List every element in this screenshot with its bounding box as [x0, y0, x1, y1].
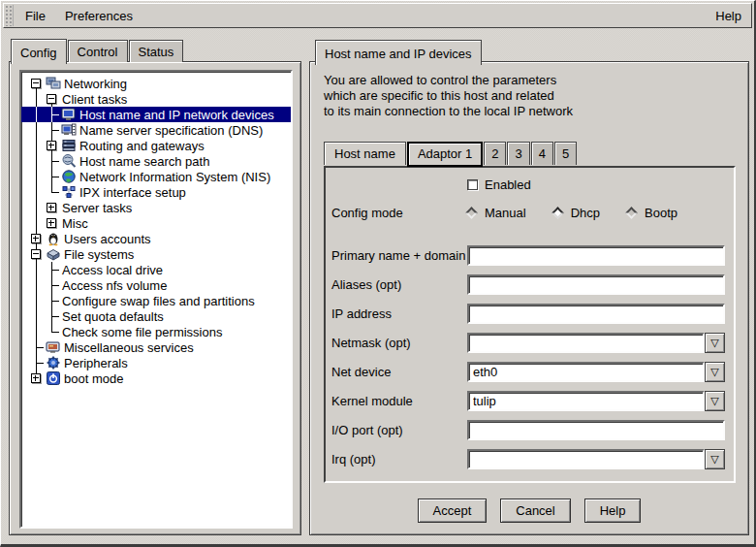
dropdown-icon[interactable]	[705, 333, 725, 353]
tab-adaptor-3[interactable]: 3	[507, 142, 529, 165]
dropdown-icon[interactable]	[705, 449, 725, 469]
tree-item-configure-swap[interactable]: Configure swap files and partitions	[28, 293, 291, 308]
ip-address-input[interactable]	[467, 304, 725, 324]
tree-item-label: Server tasks	[62, 201, 132, 215]
tree-item-client-tasks[interactable]: Client tasks	[28, 91, 291, 107]
tab-host-name-ip-devices[interactable]: Host name and IP devices	[315, 40, 482, 65]
tree-item-label: Miscellaneous services	[64, 340, 194, 355]
peripherals-icon	[46, 355, 61, 370]
tree-item-label: boot mode	[64, 371, 123, 386]
expander-plus-icon[interactable]	[44, 215, 59, 231]
io-port-input[interactable]	[467, 420, 725, 440]
expander-minus-icon[interactable]	[28, 76, 44, 91]
menu-file[interactable]: File	[16, 5, 55, 27]
tree-item-host-name-ip-devices[interactable]: Host name and IP network devices	[21, 107, 293, 122]
menu-bar: File Preferences Help	[3, 3, 752, 28]
radio-manual[interactable]: Manual	[467, 206, 526, 220]
tab-control[interactable]: Control	[68, 40, 128, 62]
menu-help[interactable]: Help	[706, 5, 751, 27]
tree-item-access-local-drive[interactable]: Access local drive	[28, 262, 291, 277]
field-label: Net device	[331, 365, 467, 379]
tree-item-label: Network Information System (NIS)	[79, 170, 270, 184]
tree-item-label: Check some file permissions	[62, 325, 222, 339]
irq-input[interactable]	[467, 449, 705, 469]
search-globe-icon	[61, 153, 77, 169]
menu-preferences[interactable]: Preferences	[55, 5, 142, 27]
radio-label: Manual	[485, 206, 526, 220]
tree-item-label: Access nfs volume	[62, 278, 167, 293]
tree-item-networking[interactable]: Networking	[28, 76, 291, 91]
netmask-input[interactable]	[467, 333, 705, 353]
net-device-input[interactable]	[467, 362, 705, 382]
tree-item-label: Routing and gateways	[79, 139, 205, 153]
help-button[interactable]: Help	[584, 499, 642, 523]
tree-item-label: Host name search path	[79, 154, 209, 169]
tree-item-label: Peripherals	[64, 356, 128, 370]
tree-item-boot-mode[interactable]: boot mode	[28, 370, 291, 386]
field-row: Kernel module	[331, 386, 734, 415]
globe-icon	[61, 169, 77, 184]
expander-plus-icon[interactable]	[28, 370, 44, 386]
field-label: Netmask (opt)	[331, 336, 467, 350]
enabled-checkbox[interactable]	[467, 179, 478, 190]
tab-adaptor-1[interactable]: Adaptor 1	[407, 142, 483, 167]
services-icon	[46, 339, 61, 355]
config-mode-group: Manual Dhcp Bootp	[467, 206, 677, 220]
primary-name-domain-input[interactable]	[467, 245, 725, 266]
tree-item-peripherals[interactable]: Peripherals	[28, 355, 291, 370]
expander-plus-icon[interactable]	[44, 138, 59, 153]
tab-status[interactable]: Status	[129, 40, 184, 62]
tab-adaptor-2[interactable]: 2	[484, 142, 506, 165]
tab-host-name[interactable]: Host name	[324, 142, 406, 165]
host-ip-panel: You are allowed to control the parameter…	[309, 61, 749, 535]
expander-plus-icon[interactable]	[28, 231, 44, 246]
tree-item-server-tasks[interactable]: Server tasks	[28, 200, 291, 215]
tree-item-miscellaneous-services[interactable]: Miscellaneous services	[28, 339, 291, 355]
expander-minus-icon[interactable]	[28, 246, 44, 262]
cancel-button[interactable]: Cancel	[500, 499, 570, 523]
tree-item-routing-gateways[interactable]: Routing and gateways	[28, 138, 291, 153]
tree-item-set-quota-defaults[interactable]: Set quota defaults	[28, 308, 291, 324]
tree-item-host-name-search-path[interactable]: Host name search path	[28, 153, 291, 169]
accept-button[interactable]: Accept	[418, 499, 488, 523]
tree-item-access-nfs-volume[interactable]: Access nfs volume	[28, 277, 291, 293]
tab-adaptor-4[interactable]: 4	[531, 142, 553, 165]
tree-item-label: File systems	[64, 247, 134, 262]
field-row: Irq (opt)	[331, 444, 734, 473]
ipx-network-icon	[61, 184, 77, 200]
radio-label: Bootp	[645, 206, 677, 220]
tab-adaptor-5[interactable]: 5	[554, 142, 577, 165]
tree-item-users-accounts[interactable]: Users accounts	[28, 231, 291, 246]
menubar-grip[interactable]	[5, 5, 14, 26]
radio-dhcp[interactable]: Dhcp	[553, 206, 600, 220]
networking-icon	[46, 76, 61, 91]
expander-minus-icon[interactable]	[44, 91, 59, 107]
tree-item-label: Name server specification (DNS)	[79, 123, 263, 138]
tree-item-label: Users accounts	[64, 232, 151, 246]
routing-icon	[61, 138, 77, 153]
tree-item-label: Access local drive	[62, 263, 163, 277]
dropdown-icon[interactable]	[705, 391, 725, 411]
tree-item-file-systems[interactable]: File systems	[28, 246, 291, 262]
tree-item-label: Configure swap files and partitions	[62, 294, 255, 308]
right-tab-bar: Host name and IP devices	[315, 40, 483, 63]
field-row: IP address	[331, 299, 734, 328]
tree-item-ipx-setup[interactable]: IPX interface setup	[28, 184, 291, 200]
field-row: I/O port (opt)	[331, 415, 734, 444]
tree-item-check-file-permissions[interactable]: Check some file permissions	[28, 324, 291, 339]
field-row: Net device	[331, 357, 734, 386]
action-buttons: Accept Cancel Help	[310, 499, 748, 523]
tab-config[interactable]: Config	[11, 39, 67, 64]
tree-item-misc[interactable]: Misc	[28, 215, 291, 231]
field-label: I/O port (opt)	[331, 423, 467, 437]
aliases-input[interactable]	[467, 274, 725, 295]
tree-item-label: Misc	[62, 216, 88, 231]
penguin-icon	[46, 231, 61, 246]
kernel-module-input[interactable]	[467, 391, 705, 411]
expander-plus-icon[interactable]	[44, 200, 59, 215]
tree-item-dns[interactable]: Name server specification (DNS)	[28, 122, 291, 138]
tree-item-nis[interactable]: Network Information System (NIS)	[28, 169, 291, 184]
dropdown-icon[interactable]	[705, 362, 725, 382]
description-line: You are allowed to control the parameter…	[324, 73, 573, 88]
radio-bootp[interactable]: Bootp	[627, 206, 677, 220]
